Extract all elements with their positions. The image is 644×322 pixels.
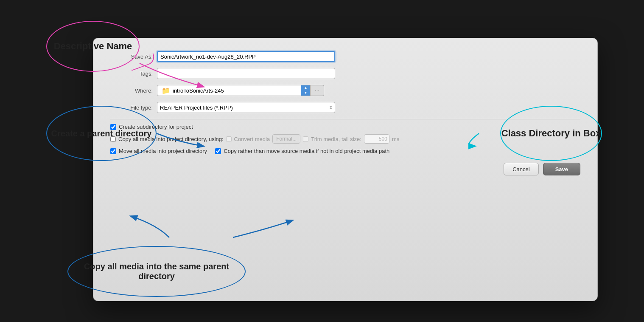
- copy-all-media-bubble: Copy all media into the same parent dire…: [67, 246, 246, 297]
- where-extra-btn[interactable]: ⋯: [311, 85, 324, 96]
- trim-media-label: Trim media, tail size:: [311, 136, 361, 142]
- file-type-select-wrapper: REAPER Project files (*.RPP) ⇕: [157, 102, 335, 113]
- where-extra-icon: ⋯: [315, 88, 319, 93]
- save-as-row: Save As:: [110, 51, 580, 62]
- copy-rather-label[interactable]: Copy rather than move source media if no…: [224, 148, 389, 154]
- convert-media-checkbox: [226, 136, 232, 142]
- where-label: Where:: [110, 88, 153, 94]
- where-stepper[interactable]: ▲ ▼: [301, 85, 311, 96]
- tags-label: Tags:: [110, 71, 153, 77]
- tags-row: Tags:: [110, 68, 580, 79]
- where-row: Where: 📁 introToSonicArts-245 ▲ ▼ ⋯: [110, 85, 580, 96]
- file-type-row: File type: REAPER Project files (*.RPP) …: [110, 102, 580, 113]
- folder-icon: 📁: [162, 87, 170, 95]
- create-parent-bubble: Create a parent directory: [46, 106, 157, 161]
- bottom-buttons: Cancel Save: [110, 163, 580, 175]
- where-folder-display[interactable]: 📁 introToSonicArts-245: [157, 85, 301, 96]
- tags-input[interactable]: [157, 68, 335, 79]
- save-button[interactable]: Save: [543, 163, 580, 175]
- copy-all-media-text: Copy all media into the same parent dire…: [68, 262, 245, 281]
- convert-media-label: Convert media: [234, 136, 270, 142]
- class-directory-text: Class Directory in Box: [501, 128, 601, 139]
- descriptive-name-text: Descriptive Name: [54, 41, 132, 52]
- stepper-up-btn[interactable]: ▲: [301, 85, 310, 90]
- where-folder-name: introToSonicArts-245: [173, 88, 224, 94]
- class-directory-bubble: Class Directory in Box: [500, 106, 602, 161]
- trim-unit: ms: [392, 136, 399, 142]
- format-button: Format...: [272, 134, 300, 144]
- copy-rather-checkbox[interactable]: [215, 148, 221, 154]
- create-parent-text: Create a parent directory: [51, 129, 152, 138]
- cancel-button[interactable]: Cancel: [504, 163, 538, 175]
- descriptive-name-bubble: Descriptive Name: [46, 21, 140, 72]
- dialog-wrapper: Descriptive Name Create a parent directo…: [46, 21, 598, 301]
- trim-value-input: [364, 134, 389, 144]
- trim-media-checkbox: [303, 136, 308, 142]
- save-as-input[interactable]: [157, 51, 335, 62]
- file-type-select[interactable]: REAPER Project files (*.RPP): [157, 102, 335, 113]
- stepper-down-btn[interactable]: ▼: [301, 90, 310, 96]
